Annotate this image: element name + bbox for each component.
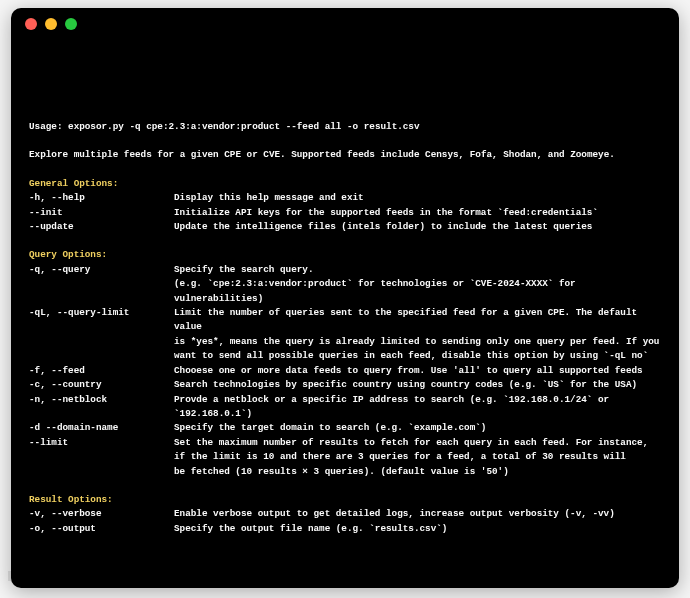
- flag: -n, --netblock: [29, 393, 174, 422]
- flag: -h, --help: [29, 191, 174, 205]
- opt-limit-cont2: be fetched (10 results × 3 queries). (de…: [29, 465, 661, 479]
- desc: Specify the search query.: [174, 263, 661, 277]
- desc: Search technologies by specific country …: [174, 378, 661, 392]
- opt-help: -h, --help Display this help message and…: [29, 191, 661, 205]
- desc: Update the intelligence files (intels fo…: [174, 220, 661, 234]
- close-icon[interactable]: [25, 18, 37, 30]
- flag: -c, --country: [29, 378, 174, 392]
- section-general: General Options:: [29, 177, 661, 191]
- opt-query-cont: (e.g. `cpe:2.3:a:vendor:product` for tec…: [29, 277, 661, 306]
- window-titlebar: [11, 8, 679, 40]
- flag: -q, --query: [29, 263, 174, 277]
- opt-query-limit: -qL, --query-limit Limit the number of q…: [29, 306, 661, 335]
- desc: Chooese one or more data feeds to query …: [174, 364, 661, 378]
- desc: Limit the number of queries sent to the …: [174, 306, 661, 335]
- maximize-icon[interactable]: [65, 18, 77, 30]
- flag: -d --domain-name: [29, 421, 174, 435]
- desc: Initialize API keys for the supported fe…: [174, 206, 661, 220]
- opt-feed: -f, --feed Chooese one or more data feed…: [29, 364, 661, 378]
- flag: --init: [29, 206, 174, 220]
- desc: Display this help message and exit: [174, 191, 661, 205]
- desc: Provde a netblock or a specific IP addre…: [174, 393, 661, 422]
- opt-update: --update Update the intelligence files (…: [29, 220, 661, 234]
- flag: -qL, --query-limit: [29, 306, 174, 335]
- flag: -v, --verbose: [29, 507, 174, 521]
- opt-output: -o, --output Specify the output file nam…: [29, 522, 661, 536]
- flag: --update: [29, 220, 174, 234]
- section-query: Query Options:: [29, 248, 661, 262]
- desc: Specify the output file name (e.g. `resu…: [174, 522, 661, 536]
- opt-limit-cont: if the limit is 10 and there are 3 queri…: [29, 450, 661, 464]
- intro-line: Explore multiple feeds for a given CPE o…: [29, 148, 661, 162]
- flag: --limit: [29, 436, 174, 450]
- desc: Set the maximum number of results to fet…: [174, 436, 661, 450]
- desc: Specify the target domain to search (e.g…: [174, 421, 661, 435]
- desc: Enable verbose output to get detailed lo…: [174, 507, 661, 521]
- flag: -f, --feed: [29, 364, 174, 378]
- terminal-content: Usage: exposor.py -q cpe:2.3:a:vendor:pr…: [11, 40, 679, 554]
- opt-netblock: -n, --netblock Provde a netblock or a sp…: [29, 393, 661, 422]
- opt-query: -q, --query Specify the search query.: [29, 263, 661, 277]
- section-result: Result Options:: [29, 493, 661, 507]
- terminal-window: Usage: exposor.py -q cpe:2.3:a:vendor:pr…: [11, 8, 679, 588]
- opt-country: -c, --country Search technologies by spe…: [29, 378, 661, 392]
- usage-line: Usage: exposor.py -q cpe:2.3:a:vendor:pr…: [29, 120, 661, 134]
- opt-init: --init Initialize API keys for the suppo…: [29, 206, 661, 220]
- opt-limit: --limit Set the maximum number of result…: [29, 436, 661, 450]
- opt-query-limit-cont: is *yes*, means the query is already lim…: [29, 335, 661, 349]
- opt-query-limit-cont2: want to send all possible queries in eac…: [29, 349, 661, 363]
- flag: -o, --output: [29, 522, 174, 536]
- opt-verbose: -v, --verbose Enable verbose output to g…: [29, 507, 661, 521]
- minimize-icon[interactable]: [45, 18, 57, 30]
- opt-domain: -d --domain-name Specify the target doma…: [29, 421, 661, 435]
